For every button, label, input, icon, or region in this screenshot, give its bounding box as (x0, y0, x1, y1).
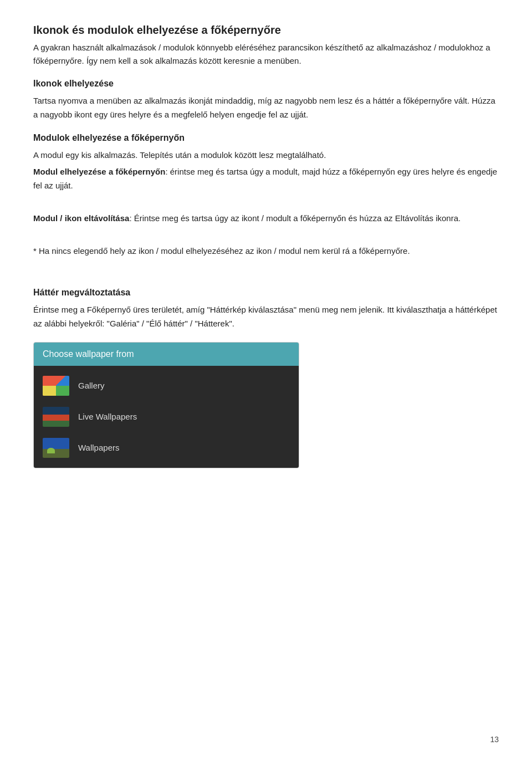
module-placement-bold: Modul elhelyezése a főképernyőn (33, 167, 165, 176)
note-text: * Ha nincs elegendő hely az ikon / modul… (33, 244, 499, 258)
page-number: 13 (490, 735, 499, 744)
wallpaper-item-live[interactable]: Live Wallpapers (34, 401, 299, 432)
icon-placement-text: Tartsa nyomva a menüben az alkalmazás ik… (33, 94, 499, 122)
wallpapers-icon (43, 438, 69, 458)
section-note: * Ha nincs elegendő hely az ikon / modul… (33, 237, 499, 258)
section-module-remove: Modul / ikon eltávolítása: Érintse meg é… (33, 204, 499, 226)
module-placement-text-1: A modul egy kis alkalmazás. Telepítés ut… (33, 149, 499, 162)
section-title-wallpaper: Háttér megváltoztatása (33, 288, 499, 298)
gallery-icon (43, 376, 69, 396)
wallpaper-panel-header: Choose wallpaper from (34, 343, 299, 366)
module-placement-text-2: Modul elhelyezése a főképernyőn: érintse… (33, 165, 499, 193)
gallery-label: Gallery (78, 381, 105, 390)
section-icon-placement: Ikonok elhelyezése Tartsa nyomva a menüb… (33, 79, 499, 122)
live-wallpapers-icon (43, 407, 69, 427)
wallpaper-item-wallpapers[interactable]: Wallpapers (34, 432, 299, 463)
intro-paragraph: A gyakran használt alkalmazások / modulo… (33, 41, 499, 68)
wallpapers-label: Wallpapers (78, 443, 119, 452)
section-module-placement: Modulok elhelyezése a főképernyőn A modu… (33, 133, 499, 193)
module-remove-bold: Modul / ikon eltávolítása (33, 213, 129, 223)
section-title-module-placement: Modulok elhelyezése a főképernyőn (33, 133, 499, 143)
wallpaper-panel-body: Gallery Live Wallpapers Wallpapers (34, 366, 299, 468)
wallpaper-item-gallery[interactable]: Gallery (34, 370, 299, 401)
wallpaper-change-text: Érintse meg a Főképernyő üres területét,… (33, 303, 499, 331)
wallpaper-panel: Choose wallpaper from Gallery Live Wallp… (33, 342, 299, 468)
live-wallpapers-label: Live Wallpapers (78, 412, 137, 421)
section-title-icon-placement: Ikonok elhelyezése (33, 79, 499, 89)
section-wallpaper: Háttér megváltoztatása Érintse meg a Fők… (33, 269, 499, 331)
module-remove-text: Modul / ikon eltávolítása: Érintse meg é… (33, 212, 499, 226)
page-main-title: Ikonok és modulok elhelyezése a főképern… (33, 22, 499, 38)
